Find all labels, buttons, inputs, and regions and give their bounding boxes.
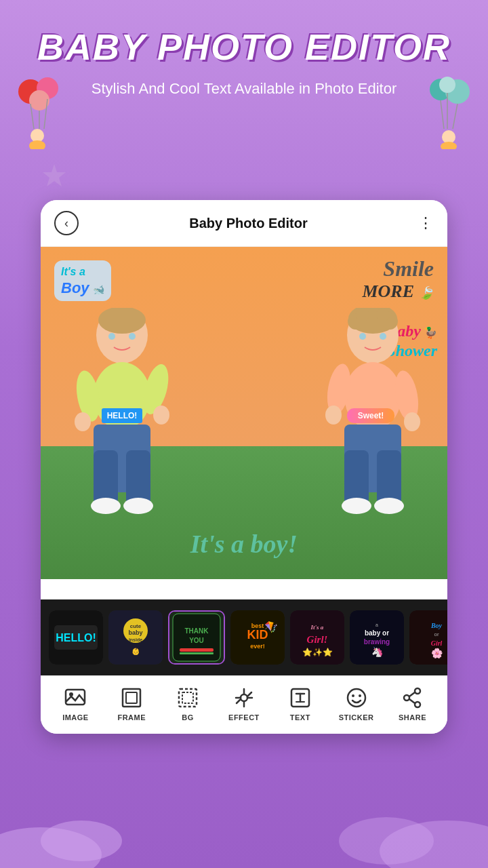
tool-share-label: SHARE [399,713,426,722]
balloon-left-decoration [14,75,68,149]
svg-rect-67 [180,652,214,654]
tool-bg[interactable]: BG [167,686,208,722]
svg-text:YOU: YOU [189,637,204,644]
tool-image[interactable]: IMAGE [55,686,96,722]
sticker-smile-more[interactable]: Smile MORE 🍃 [362,257,434,302]
sticker-item-its-a-girl[interactable]: It's a Girl! ⭐✨⭐ [290,610,344,665]
svg-rect-92 [182,692,193,703]
svg-text:It's a: It's a [310,624,324,631]
photo-canvas[interactable]: It's a Boy 🐋 Smile MORE 🍃 Baby 🦆 Shower [41,247,447,579]
svg-text:👶: 👶 [131,647,140,656]
tool-frame[interactable]: FRAME [111,686,152,722]
svg-point-49 [342,498,371,514]
tool-text-label: TEXT [290,713,310,722]
sticker-item-baby-or-brawing[interactable]: a baby or brawing 🦄 [350,610,404,665]
bottom-toolbar: IMAGE FRAME BG [41,675,447,734]
svg-text:Girl: Girl [431,639,443,647]
svg-point-37 [356,308,369,321]
svg-point-7 [29,140,45,149]
svg-point-109 [415,702,420,707]
svg-text:🌸: 🌸 [431,648,443,659]
phone-title: Baby Photo Editor [189,216,307,231]
tool-effect-label: EFFECT [228,713,260,722]
svg-point-15 [441,142,457,149]
phone-topbar: ‹ Baby Photo Editor ⋮ [41,200,447,247]
svg-point-25 [153,406,169,425]
tool-text[interactable]: TEXT [280,686,321,722]
sticker-item-hello[interactable]: HELLO! [49,610,103,665]
svg-point-30 [123,498,153,514]
svg-rect-66 [180,648,214,652]
svg-text:HELLO!: HELLO! [107,411,138,420]
tool-frame-label: FRAME [117,713,146,722]
sticker-its-a-boy[interactable]: It's a Boy 🐋 [54,260,111,301]
svg-text:⭐✨⭐: ⭐✨⭐ [302,647,333,657]
image-icon [63,686,87,710]
phone-card: ‹ Baby Photo Editor ⋮ It's a Boy 🐋 Smile… [41,200,447,734]
svg-line-12 [453,104,458,129]
svg-point-40 [380,333,386,340]
baby-figure-left: HELLO! [68,308,176,525]
tool-sticker-label: STICKER [339,713,374,722]
star-left-decoration [41,163,68,190]
svg-point-108 [404,695,409,701]
svg-text:or: or [434,631,439,637]
svg-point-24 [75,412,91,431]
bg-icon [176,686,200,710]
svg-point-45 [404,412,420,431]
frame-icon [119,686,144,710]
svg-line-96 [237,700,240,703]
svg-text:Boy: Boy [430,622,443,629]
svg-text:a: a [375,623,378,627]
svg-point-107 [415,688,420,694]
svg-text:brawing: brawing [364,638,390,646]
svg-text:Girl!: Girl! [307,634,328,645]
svg-line-111 [409,699,415,703]
sticker-shelf[interactable]: HELLO! cute baby inside 👶 THANK YOU [41,599,447,675]
svg-rect-90 [126,692,137,703]
tool-sticker[interactable]: STICKER [336,686,377,722]
svg-text:baby or: baby or [365,629,389,637]
svg-rect-91 [179,689,197,707]
sticker-item-best-kid[interactable]: best KID ever! 🪁 [230,610,285,665]
svg-marker-16 [43,164,66,186]
sticker-item-thank-you[interactable]: THANK YOU [168,610,225,665]
svg-point-10 [439,77,455,93]
app-title: BABY PHOTO EDITOR [37,26,451,68]
svg-text:HELLO!: HELLO! [56,632,96,644]
svg-line-95 [248,692,251,696]
balloon-right-decoration [420,75,474,149]
svg-text:Sweet!: Sweet! [358,411,384,420]
sticker-itsaboy-bottom[interactable]: It's a boy! [41,529,447,559]
svg-text:baby: baby [128,629,142,636]
sticker-item-boy-or-girl[interactable]: Boy or Girl 🌸 [409,610,447,665]
svg-text:THANK: THANK [185,627,209,635]
share-icon [400,686,424,710]
svg-text:ever!: ever! [250,643,265,650]
svg-text:cute: cute [130,623,142,629]
svg-point-50 [374,498,404,514]
svg-line-11 [441,100,444,129]
svg-point-105 [352,694,354,697]
tool-bg-label: BG [182,713,194,722]
tool-effect[interactable]: EFFECT [224,686,264,722]
svg-point-39 [359,333,366,340]
sticker-item-cute-baby[interactable]: cute baby inside 👶 [108,610,163,665]
header-area: BABY PHOTO EDITOR Stylish And Cool Text … [0,0,488,197]
svg-point-106 [359,694,361,697]
svg-rect-27 [94,450,118,505]
tool-share[interactable]: SHARE [392,686,432,722]
svg-point-104 [348,689,365,707]
clouds-decoration [0,787,488,868]
svg-text:inside: inside [129,637,142,642]
svg-point-19 [108,333,115,340]
svg-rect-89 [123,689,140,707]
svg-text:🪁: 🪁 [264,620,278,633]
svg-rect-28 [126,450,150,505]
menu-button[interactable]: ⋮ [418,214,434,232]
tool-image-label: IMAGE [62,713,89,722]
svg-text:🦄: 🦄 [371,646,384,658]
text-icon [288,686,312,710]
baby-figure-right: Sweet! [319,308,427,525]
back-button[interactable]: ‹ [54,211,79,235]
